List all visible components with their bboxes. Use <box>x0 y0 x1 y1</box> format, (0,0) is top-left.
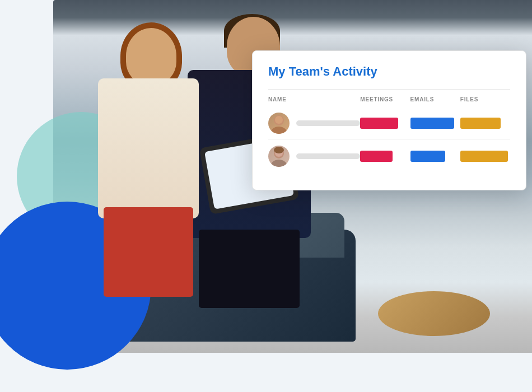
emails-bar-1 <box>410 118 454 129</box>
name-bar-2 <box>296 153 360 159</box>
name-bar-1 <box>296 120 360 126</box>
svg-point-2 <box>275 116 283 124</box>
woman-head <box>126 28 176 84</box>
emails-cell-1 <box>410 118 460 129</box>
card-divider <box>268 89 510 90</box>
files-bar-1 <box>460 118 501 129</box>
meetings-bar-1 <box>360 118 398 129</box>
table-row <box>268 140 510 172</box>
files-bar-2 <box>460 151 508 162</box>
column-headers: NAME MEETINGS EMAILS FILES <box>268 96 510 102</box>
card-title: My Team's Activity <box>268 64 510 79</box>
name-cell-2 <box>268 146 360 167</box>
scene: My Team's Activity NAME MEETINGS EMAILS … <box>0 0 532 392</box>
avatar-2 <box>268 146 290 167</box>
name-cell-1 <box>268 113 360 134</box>
col-header-name: NAME <box>268 96 360 102</box>
woman-torso <box>98 78 199 218</box>
col-header-emails: EMAILS <box>410 96 460 102</box>
emails-bar-2 <box>410 151 445 162</box>
coffee-table <box>378 291 490 336</box>
svg-point-1 <box>271 127 287 134</box>
avatar-1 <box>268 113 290 134</box>
files-cell-2 <box>460 151 510 162</box>
meetings-cell-2 <box>360 151 410 162</box>
activity-card: My Team's Activity NAME MEETINGS EMAILS … <box>252 50 526 190</box>
svg-point-6 <box>274 147 284 153</box>
woman-pants <box>104 207 193 297</box>
svg-point-4 <box>271 160 287 167</box>
col-header-meetings: MEETINGS <box>360 96 410 102</box>
col-header-files: FILES <box>460 96 510 102</box>
meetings-cell-1 <box>360 118 410 129</box>
meetings-bar-2 <box>360 151 393 162</box>
files-cell-1 <box>460 118 510 129</box>
emails-cell-2 <box>410 151 460 162</box>
table-row <box>268 107 510 140</box>
